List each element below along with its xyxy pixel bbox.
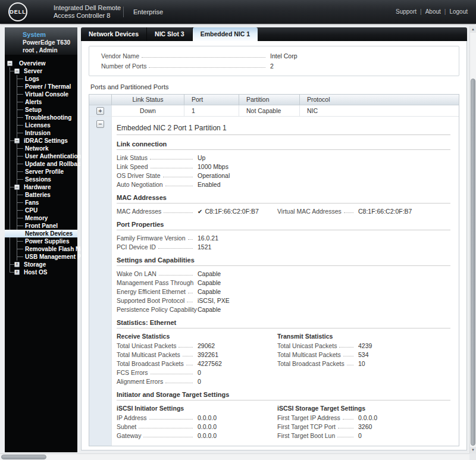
sidebar-item-alerts[interactable]: Alerts: [5, 98, 77, 106]
dotted-leader: [139, 428, 193, 428]
sidebar-item-sessions[interactable]: Sessions: [5, 176, 77, 183]
sidebar-item-licenses[interactable]: Licenses: [5, 121, 77, 129]
sidebar-item-label: Virtual Console: [25, 90, 68, 98]
sidebar-item-cpu[interactable]: CPU: [5, 206, 77, 214]
tree-branch-line: [17, 156, 23, 157]
field-link-status: Link StatusUp: [117, 153, 450, 162]
collapse-toggle-icon[interactable]: −: [14, 184, 20, 190]
expanded-row-title: Embedded NIC 2 Port 1 Partition 1: [117, 124, 450, 132]
logged-in-user: root , Admin: [23, 46, 73, 54]
field-ip-address: IP Address0.0.0.0: [117, 413, 277, 422]
expand-row-button[interactable]: +: [96, 107, 104, 115]
sidebar-item-troubleshooting[interactable]: Troubleshooting: [5, 114, 77, 121]
sidebar-item-power-supplies[interactable]: Power Supplies: [5, 237, 77, 245]
dotted-leader: [187, 302, 193, 302]
dotted-leader: [186, 365, 193, 365]
sidebar-item-fans[interactable]: Fans: [5, 199, 77, 206]
expand-toggle-icon[interactable]: +: [14, 270, 20, 275]
sidebar-item-network-devices[interactable]: Network Devices: [5, 230, 77, 237]
collapse-toggle-icon[interactable]: −: [14, 138, 20, 143]
field-energy-efficient-ethernet: Energy Efficient EthernetCapable: [117, 287, 450, 296]
sidebar-item-label: Overview: [19, 60, 45, 67]
sidebar-item-update-and-rollback[interactable]: Update and Rollback: [5, 160, 77, 168]
about-link[interactable]: About: [425, 8, 441, 15]
field-value: Capable: [195, 288, 221, 295]
tree-branch-line: [10, 140, 14, 141]
field-value: Capable: [195, 306, 221, 313]
field-value: 2: [268, 62, 274, 70]
tree-guide-line: [10, 214, 10, 222]
sidebar-item-host-os[interactable]: +Host OS: [5, 268, 77, 276]
collapse-row-button[interactable]: −: [96, 120, 104, 128]
horizontal-scrollbar[interactable]: [0, 453, 469, 460]
sidebar-item-setup[interactable]: Setup: [5, 106, 77, 114]
scroll-down-icon[interactable]: ▼: [470, 447, 476, 453]
logout-link[interactable]: Logout: [449, 8, 468, 15]
tree-branch-line: [17, 133, 23, 133]
tree-guide-line: [10, 145, 10, 152]
sidebar-item-idrac-settings[interactable]: −iDRAC Settings: [5, 137, 77, 145]
tree-guide-line: [10, 83, 10, 90]
tree-branch-line: [17, 171, 23, 172]
tree-branch-line: [17, 94, 23, 95]
collapse-toggle-icon[interactable]: −: [7, 61, 12, 66]
sidebar-item-intrusion[interactable]: Intrusion: [5, 129, 77, 137]
dotted-leader: [188, 293, 193, 293]
tab-embedded-nic-1[interactable]: Embedded NIC 1: [193, 27, 258, 41]
column-header-link-status: Link Status: [112, 95, 184, 105]
column: MAC Addresses✔C8:1F:66:C2:0F:B7: [117, 206, 277, 215]
sidebar-item-label: Power / Thermal: [25, 83, 71, 90]
sidebar-item-label: Front Panel: [25, 222, 58, 230]
sidebar-item-logs[interactable]: Logs: [5, 75, 77, 83]
vertical-scrollbar-thumb[interactable]: [471, 79, 475, 446]
sidebar-item-batteries[interactable]: Batteries: [5, 191, 77, 199]
link-separator: |: [444, 8, 446, 15]
horizontal-scrollbar-thumb[interactable]: [1, 455, 46, 459]
section-divider: [117, 149, 450, 150]
tree-branch-line: [17, 79, 23, 79]
section-heading: Statistics: Ethernet: [117, 319, 450, 327]
tree-guide-line: [10, 152, 10, 160]
expander-cell: +: [89, 105, 112, 116]
sidebar-item-server-profile[interactable]: Server Profile: [5, 168, 77, 176]
tab-nic-slot-3[interactable]: NIC Slot 3: [147, 27, 193, 41]
port-row: +Down1Not CapableNIC: [89, 105, 459, 116]
subsection-heading: iSCSI Initiator Settings: [117, 403, 277, 413]
sidebar-item-label: Memory: [25, 214, 48, 222]
sidebar-item-user-authentication[interactable]: User Authentication: [5, 152, 77, 160]
field-label: Total Multicast Packets: [117, 351, 180, 358]
sidebar-item-label: Host OS: [24, 268, 47, 276]
field-label: First Target TCP Port: [277, 423, 336, 430]
sidebar-item-virtual-console[interactable]: Virtual Console: [5, 90, 77, 98]
sidebar-item-usb-management-port[interactable]: USB Management Port: [5, 253, 77, 261]
sidebar-item-network[interactable]: Network: [5, 145, 77, 152]
vertical-scrollbar[interactable]: ▲ ▼: [469, 26, 476, 453]
tree-branch-line: [10, 71, 14, 71]
sidebar-item-label: User Authentication: [25, 152, 82, 160]
field-label: FCS Errors: [117, 369, 148, 376]
sidebar-item-overview[interactable]: −Overview: [5, 60, 77, 67]
scrollbar-corner: [469, 453, 476, 460]
support-link[interactable]: Support: [396, 8, 416, 15]
sidebar-item-storage[interactable]: +Storage: [5, 261, 77, 268]
section-link-connection: Link connectionLink StatusUpLink Speed10…: [117, 140, 450, 189]
tree-branch-line: [17, 210, 23, 211]
sidebar-item-front-panel[interactable]: Front Panel: [5, 222, 77, 230]
tab-network-devices[interactable]: Network Devices: [81, 27, 147, 41]
tree-guide-line: [10, 106, 10, 114]
section-initiator-and-storage-target-settings: Initiator and Storage Target SettingsiSC…: [117, 391, 450, 440]
sidebar-item-hardware[interactable]: −Hardware: [5, 183, 77, 191]
tree-guide-line: [10, 129, 10, 137]
sidebar-item-memory[interactable]: Memory: [5, 214, 77, 222]
expand-toggle-icon[interactable]: +: [14, 262, 20, 267]
expander-cell: −: [89, 117, 112, 446]
sidebar-item-server[interactable]: −Server: [5, 67, 77, 75]
sidebar-item-removable-flash-media[interactable]: Removable Flash Media: [5, 245, 77, 253]
section-divider: [117, 400, 450, 400]
field-value: 3260: [356, 423, 372, 430]
sidebar-item-power-thermal[interactable]: Power / Thermal: [5, 83, 77, 90]
scroll-up-icon[interactable]: ▲: [470, 26, 476, 33]
collapse-toggle-icon[interactable]: −: [14, 68, 20, 74]
app-title-line2: Access Controller 8: [54, 12, 121, 20]
field-label: PCI Device ID: [117, 243, 156, 251]
